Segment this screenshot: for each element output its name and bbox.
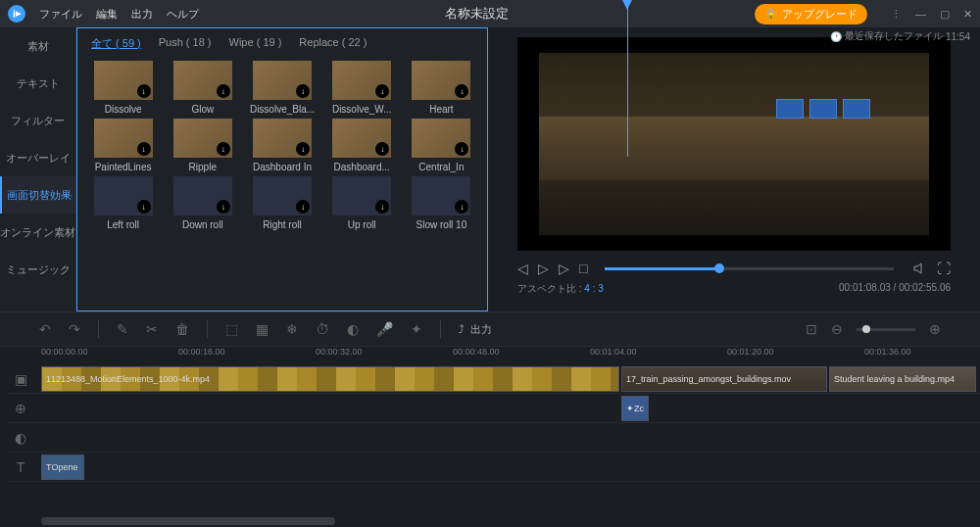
download-icon[interactable]: ↓	[137, 84, 151, 98]
sidebar-item-music[interactable]: ミュージック	[0, 251, 75, 288]
freeze-icon[interactable]: ❄	[286, 321, 298, 337]
upgrade-button[interactable]: 🔒 アップグレード	[755, 4, 867, 24]
delete-icon[interactable]: 🗑	[175, 321, 189, 337]
minimize-icon[interactable]: —	[915, 8, 926, 21]
color-icon[interactable]: ◐	[347, 321, 359, 337]
mic-icon[interactable]: 🎤	[376, 321, 393, 337]
crop-icon[interactable]: ⬚	[225, 321, 238, 337]
more-icon[interactable]: ⋮	[891, 8, 902, 21]
clip-video-1[interactable]: 11213488_MotionElements_1000-4k.mp4	[41, 366, 619, 392]
maximize-icon[interactable]: ▢	[940, 8, 950, 21]
effect-thumb[interactable]: ↓	[332, 119, 391, 158]
effect-thumb[interactable]: ↓	[412, 61, 470, 100]
download-icon[interactable]: ↓	[455, 84, 468, 98]
effect-label: Dissolve_Bla...	[250, 104, 315, 115]
sidebar-item-online[interactable]: オンライン素材	[0, 214, 75, 251]
ruler-mark: 00:00:48.00	[453, 347, 500, 357]
effect-thumb[interactable]: ↓	[253, 176, 312, 216]
download-icon[interactable]: ↓	[137, 142, 151, 156]
sidebar: 素材 テキスト フィルター オーバーレイ 画面切替効果 オンライン素材 ミュージ…	[0, 27, 76, 311]
effect-thumb[interactable]: ↓	[94, 176, 153, 216]
close-icon[interactable]: ✕	[963, 8, 972, 21]
clip-video-3[interactable]: Student leaving a building.mp4	[829, 366, 976, 392]
effect-label: Heart	[429, 104, 453, 115]
menu-export[interactable]: 出力	[131, 7, 153, 22]
download-icon[interactable]: ↓	[137, 200, 151, 214]
prev-frame-icon[interactable]: ◁	[517, 261, 528, 276]
tab-replace[interactable]: Replace ( 22 )	[299, 36, 367, 51]
download-icon[interactable]: ↓	[217, 142, 230, 156]
effect-thumb[interactable]: ↓	[253, 61, 312, 100]
zoom-in-icon[interactable]: ⊕	[929, 321, 941, 337]
sidebar-item-text[interactable]: テキスト	[0, 65, 75, 102]
tab-push[interactable]: Push ( 18 )	[159, 36, 212, 51]
play-icon[interactable]: ▷	[538, 261, 549, 276]
chroma-icon[interactable]: ✦	[411, 321, 422, 337]
effect-thumb[interactable]: ↓	[253, 119, 312, 158]
progress-bar[interactable]	[605, 267, 894, 270]
redo-icon[interactable]: ↷	[69, 321, 80, 337]
sidebar-item-media[interactable]: 素材	[0, 27, 75, 65]
tab-all[interactable]: 全て ( 59 )	[91, 36, 141, 51]
effect-thumb[interactable]: ↓	[94, 119, 153, 158]
download-icon[interactable]: ↓	[375, 142, 389, 156]
sidebar-item-filter[interactable]: フィルター	[0, 102, 75, 139]
effect-thumb[interactable]: ↓	[412, 119, 470, 158]
effect-thumb[interactable]: ↓	[94, 61, 153, 100]
export-label: 出力	[470, 322, 492, 337]
tab-wipe[interactable]: Wipe ( 19 )	[229, 36, 282, 51]
clip-fx[interactable]: ✦ Zc	[621, 396, 649, 421]
video-track-icon: ▣	[8, 371, 33, 387]
mosaic-icon[interactable]: ▦	[256, 321, 269, 337]
export-button[interactable]: ⤴ 出力	[459, 322, 492, 337]
effect-label: Up roll	[348, 219, 376, 230]
menu-help[interactable]: ヘルプ	[167, 7, 199, 22]
fullscreen-icon[interactable]: ⛶	[937, 261, 951, 276]
download-icon[interactable]: ↓	[296, 84, 310, 98]
text-track[interactable]: T T Opene	[8, 453, 980, 482]
sidebar-item-overlay[interactable]: オーバーレイ	[0, 139, 75, 176]
clip-text[interactable]: T Opene	[41, 455, 84, 480]
volume-icon[interactable]	[911, 261, 927, 276]
download-icon[interactable]: ↓	[296, 142, 310, 156]
zoom-slider[interactable]	[857, 328, 915, 331]
effect-label: Dashboard In	[253, 162, 312, 172]
effect-track[interactable]: ⊕ ✦ Zc	[8, 394, 980, 423]
menu-edit[interactable]: 編集	[96, 7, 118, 22]
speed-icon[interactable]: ⏱	[316, 321, 329, 337]
effect-thumb[interactable]: ↓	[332, 176, 391, 216]
ruler-mark: 00:01:04.00	[590, 347, 637, 357]
time-ruler[interactable]: 00:00:00.0000:00:16.0000:00:32.0000:00:4…	[0, 347, 980, 364]
effect-thumb[interactable]: ↓	[173, 61, 232, 100]
fit-icon[interactable]: ⊡	[806, 321, 817, 337]
effect-label: Left roll	[107, 219, 139, 230]
download-icon[interactable]: ↓	[217, 84, 230, 98]
undo-icon[interactable]: ↶	[39, 321, 51, 337]
edit-icon[interactable]: ✎	[117, 321, 128, 337]
cut-icon[interactable]: ✂	[146, 321, 158, 337]
effect-thumb[interactable]: ↓	[173, 176, 232, 216]
download-icon[interactable]: ↓	[375, 84, 389, 98]
sidebar-item-transition[interactable]: 画面切替効果	[0, 176, 75, 214]
download-icon[interactable]: ↓	[455, 200, 468, 214]
ruler-mark: 00:00:00.00	[41, 347, 88, 357]
download-icon[interactable]: ↓	[217, 200, 230, 214]
download-icon[interactable]: ↓	[455, 142, 468, 156]
download-icon[interactable]: ↓	[375, 200, 389, 214]
filter-track-icon: ◐	[8, 430, 33, 446]
ruler-mark: 00:00:16.00	[178, 347, 225, 357]
download-icon[interactable]: ↓	[296, 200, 310, 214]
playback-controls: ◁ ▷ ▷ □ ⛶	[517, 251, 951, 282]
stop-icon[interactable]: □	[579, 261, 587, 276]
zoom-out-icon[interactable]: ⊖	[831, 321, 843, 337]
effect-thumb[interactable]: ↓	[173, 119, 232, 158]
effect-thumb[interactable]: ↓	[412, 176, 470, 216]
menu-file[interactable]: ファイル	[39, 7, 82, 22]
save-time: 11:54	[946, 31, 970, 42]
timeline-scrollbar[interactable]	[41, 517, 335, 525]
video-track[interactable]: ▣ 11213488_MotionElements_1000-4k.mp4 17…	[8, 364, 980, 394]
clip-video-2[interactable]: 17_train_passing_amongst_buildings.mov	[621, 366, 827, 392]
effect-thumb[interactable]: ↓	[332, 61, 391, 100]
next-frame-icon[interactable]: ▷	[559, 261, 569, 276]
filter-track[interactable]: ◐	[8, 423, 980, 453]
